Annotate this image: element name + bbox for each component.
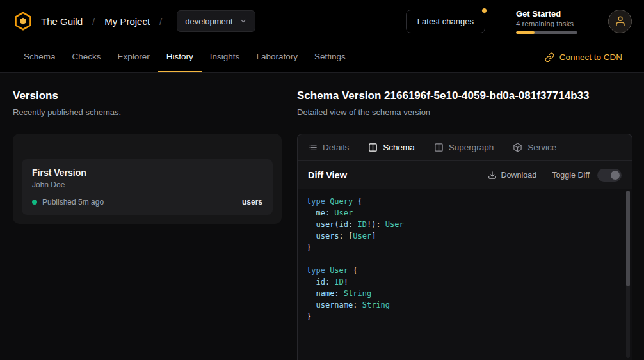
detail-tab-label: Supergraph bbox=[449, 143, 494, 152]
chevron-down-icon bbox=[239, 17, 247, 25]
detail-tab-details[interactable]: Details bbox=[308, 143, 349, 152]
nav-tab-insights[interactable]: Insights bbox=[202, 42, 248, 72]
target-nav: Schema Checks Explorer History Insights … bbox=[0, 42, 644, 73]
versions-title: Versions bbox=[13, 90, 282, 102]
detail-tab-schema[interactable]: Schema bbox=[368, 143, 415, 152]
detail-tab-label: Service bbox=[527, 143, 556, 152]
latest-changes-label: Latest changes bbox=[417, 17, 474, 26]
version-detail-column: Schema Version 2166196f-5e10-4059-bd0a-0… bbox=[297, 90, 632, 360]
environment-selector-value: development bbox=[185, 17, 232, 26]
nav-tab-schema[interactable]: Schema bbox=[15, 42, 64, 72]
toggle-diff-knob bbox=[611, 171, 620, 180]
version-detail-title: Schema Version 2166196f-5e10-4059-bd0a-0… bbox=[297, 90, 632, 102]
nav-tab-settings[interactable]: Settings bbox=[306, 42, 354, 72]
connect-to-cdn-button[interactable]: Connect to CDN bbox=[545, 42, 622, 72]
get-started-progress-fill bbox=[516, 31, 535, 34]
versions-column: Versions Recently published schemas. Fir… bbox=[13, 90, 282, 360]
nav-tab-explorer[interactable]: Explorer bbox=[109, 42, 158, 72]
version-detail-panel: Details Schema S bbox=[297, 134, 632, 360]
version-author: John Doe bbox=[32, 180, 262, 189]
org-link[interactable]: The Guild bbox=[41, 16, 83, 27]
version-name: First Version bbox=[32, 168, 262, 178]
connect-to-cdn-label: Connect to CDN bbox=[559, 52, 622, 62]
get-started-title: Get Started bbox=[516, 9, 577, 19]
get-started-widget[interactable]: Get Started 4 remaining tasks bbox=[516, 9, 577, 34]
list-icon bbox=[308, 143, 318, 152]
nav-tab-history[interactable]: History bbox=[158, 42, 202, 72]
toggle-diff-label: Toggle Diff bbox=[552, 171, 590, 180]
schema-code-viewer[interactable]: type Query { me: User user(id: ID!): Use… bbox=[298, 189, 632, 360]
published-status-dot bbox=[32, 200, 37, 205]
columns-icon bbox=[368, 143, 378, 152]
hive-logo-icon[interactable] bbox=[13, 11, 33, 31]
versions-card: First Version John Doe Published 5m ago … bbox=[13, 134, 282, 224]
environment-selector[interactable]: development bbox=[177, 10, 255, 32]
get-started-tasks: 4 remaining tasks bbox=[516, 20, 577, 27]
notification-dot bbox=[482, 8, 487, 13]
code-scrollbar-thumb[interactable] bbox=[626, 191, 630, 286]
diff-view-title: Diff View bbox=[308, 170, 347, 180]
user-avatar[interactable] bbox=[608, 10, 632, 33]
download-icon bbox=[488, 171, 497, 180]
main-content: Versions Recently published schemas. Fir… bbox=[0, 73, 644, 360]
nav-tab-laboratory[interactable]: Laboratory bbox=[248, 42, 306, 72]
breadcrumb-separator: / bbox=[92, 16, 95, 27]
toggle-diff-switch[interactable] bbox=[597, 169, 622, 182]
download-label: Download bbox=[501, 171, 537, 180]
version-detail-tabs: Details Schema S bbox=[298, 134, 632, 161]
version-service-badge: users bbox=[242, 198, 262, 207]
version-list-item[interactable]: First Version John Doe Published 5m ago … bbox=[22, 159, 273, 215]
version-detail-subtitle: Detailed view of the schema version bbox=[297, 107, 632, 117]
breadcrumb: The Guild / My Project / development bbox=[13, 10, 255, 32]
columns-icon bbox=[434, 143, 444, 152]
top-header: The Guild / My Project / development Lat… bbox=[0, 0, 644, 42]
get-started-progress bbox=[516, 31, 577, 34]
breadcrumb-separator: / bbox=[159, 16, 162, 27]
versions-subtitle: Recently published schemas. bbox=[13, 107, 282, 117]
detail-tab-service[interactable]: Service bbox=[513, 143, 556, 152]
diff-view-header: Diff View Download Toggle Diff bbox=[298, 161, 632, 189]
detail-tab-label: Schema bbox=[383, 143, 415, 152]
user-icon bbox=[615, 15, 626, 27]
box-icon bbox=[513, 143, 522, 152]
code-scrollbar[interactable] bbox=[626, 191, 630, 358]
download-button[interactable]: Download bbox=[488, 171, 537, 180]
code-block: type Query { me: User user(id: ID!): Use… bbox=[307, 196, 619, 322]
detail-tab-label: Details bbox=[323, 143, 349, 152]
link-icon bbox=[545, 52, 554, 62]
version-status: Published 5m ago bbox=[42, 198, 104, 207]
detail-tab-supergraph[interactable]: Supergraph bbox=[434, 143, 494, 152]
nav-tab-checks[interactable]: Checks bbox=[64, 42, 109, 72]
latest-changes-button[interactable]: Latest changes bbox=[406, 10, 485, 33]
project-link[interactable]: My Project bbox=[104, 16, 150, 27]
